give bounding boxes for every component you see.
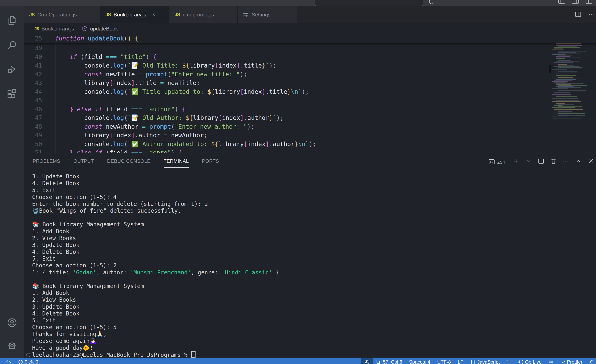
code-token: [135, 71, 138, 78]
code-editor[interactable]: 3940 if (field === "title") {41 console.…: [24, 34, 596, 153]
terminal-line: 5. Exit: [32, 255, 279, 262]
code-token: [142, 71, 146, 78]
status-text: Prettier: [567, 359, 582, 364]
code-token: .: [244, 114, 247, 121]
panel-tab-ports[interactable]: PORTS: [202, 158, 219, 165]
code-token: );: [302, 88, 309, 95]
status-item-grid-extension[interactable]: [503, 357, 515, 364]
breadcrumb-file[interactable]: BookLibrary.js: [41, 26, 74, 32]
panel-tab-problems[interactable]: PROBLEMS: [33, 158, 60, 165]
activity-item-extensions[interactable]: [0, 83, 24, 105]
code-token: [127, 106, 131, 113]
code-token: {: [182, 106, 186, 113]
code-token: ): [146, 53, 153, 60]
code-line-42: 42 const newTitle = prompt("Enter new ti…: [24, 70, 596, 79]
tab-crudoperation-js[interactable]: JSCrudOperation.js: [24, 6, 100, 23]
code-line-51: 51 } else if (field === "genre") {: [24, 148, 596, 153]
sticky-scroll-line[interactable]: 25function updateBook() {: [24, 34, 596, 43]
terminal-line: 3. Update Book: [32, 173, 279, 180]
status-item-remote[interactable]: [3, 357, 15, 364]
terminal-icon: [489, 159, 495, 165]
status-item-cursor-position[interactable]: Ln 57, Col 6: [373, 357, 405, 364]
tab-cmdprompt-js[interactable]: JScmdprompt.js: [170, 6, 238, 23]
account-circle-icon[interactable]: [429, 0, 434, 4]
code-token: =: [138, 71, 142, 78]
panel-tab-terminal[interactable]: TERMINAL: [164, 158, 189, 165]
tab-booklibrary-js[interactable]: JSBookLibrary.js×: [100, 6, 170, 23]
minimap[interactable]: [552, 35, 586, 119]
code-token: ;: [204, 132, 207, 139]
status-item-zoom-indicator[interactable]: [361, 357, 373, 364]
terminal-output[interactable]: 3. Update Book4. Delete Book5. ExitChoos…: [32, 173, 279, 358]
breadcrumb: JS BookLibrary.js › updateBook: [24, 23, 596, 34]
close-button[interactable]: [588, 158, 594, 166]
chevron-up-icon: [575, 158, 581, 164]
trash-button[interactable]: [550, 158, 557, 166]
minimap-line: [558, 56, 572, 56]
code-token: [55, 71, 84, 78]
line-number: 41: [24, 61, 42, 70]
code-token: newTitle: [106, 71, 135, 78]
terminal-shell-selector[interactable]: zsh: [489, 159, 505, 165]
code-line-49: 49 library[index].author = newAuthor;: [24, 131, 596, 140]
status-item-problems[interactable]: 00: [15, 357, 42, 364]
code-token: ]: [262, 88, 266, 95]
panel-header: PROBLEMSOUTPUTDEBUG CONSOLETERMINALPORTS…: [24, 153, 596, 170]
minimap-line: [558, 85, 587, 86]
activity-item-account[interactable]: [0, 312, 24, 334]
breadcrumb-symbol[interactable]: updateBook: [90, 26, 118, 32]
toggle-panel-icon[interactable]: [558, 0, 565, 4]
vscode-window: { "titlebar": { "command_center_value": …: [0, 0, 596, 364]
activity-item-explorer[interactable]: [0, 10, 24, 32]
code-token: console: [84, 114, 110, 121]
terminal-text: 4. Delete Book: [32, 248, 79, 255]
close-tab-icon[interactable]: ×: [152, 12, 156, 17]
status-item-go-live[interactable]: Go Live: [515, 357, 545, 364]
status-item-notifications[interactable]: [586, 357, 596, 364]
code-token: field: [84, 53, 102, 60]
minimap-line: [552, 117, 586, 118]
command-decoration-icon[interactable]: [26, 353, 30, 357]
minimap-line: [556, 115, 576, 115]
minimap-line: [552, 88, 568, 89]
ellipsis-button[interactable]: [588, 11, 595, 18]
code-token: [: [240, 88, 244, 95]
code-token: =: [142, 123, 146, 130]
code-token: [: [218, 114, 222, 121]
toggle-sidebar-icon[interactable]: [572, 0, 579, 4]
panel-tab-output[interactable]: OUTPUT: [73, 158, 94, 165]
split-editor-button[interactable]: [575, 11, 581, 18]
code-token: [117, 53, 120, 60]
ellipsis-button[interactable]: [563, 158, 569, 166]
minimap-line: [558, 104, 574, 105]
activity-item-run-debug[interactable]: [0, 58, 24, 80]
minimap-line: [552, 73, 586, 73]
status-item-hands-extension[interactable]: [545, 357, 557, 364]
activity-item-settings[interactable]: [0, 335, 24, 357]
minimap-line: [558, 51, 587, 52]
chevron-down-button[interactable]: [525, 158, 532, 166]
command-center-searchbox[interactable]: [315, 0, 423, 6]
status-item-encoding[interactable]: UTF-8: [434, 357, 454, 364]
customize-layout-icon[interactable]: [586, 0, 592, 4]
minimap-line: [556, 98, 565, 98]
status-item-indentation[interactable]: Spaces: 4: [405, 357, 434, 364]
status-item-prettier[interactable]: Prettier: [557, 357, 586, 364]
code-line-48: 48 const newAuthor = prompt("Enter new a…: [24, 122, 596, 131]
code-token: [102, 123, 106, 130]
activity-item-search[interactable]: [0, 34, 24, 56]
code-token: ${: [182, 62, 189, 69]
plus-button[interactable]: [513, 158, 519, 166]
tab-settings[interactable]: Settings: [238, 6, 297, 23]
panel-tab-debug-console[interactable]: DEBUG CONSOLE: [107, 158, 150, 165]
code-token: title: [269, 88, 287, 95]
terminal-text: 5. Exit: [32, 317, 56, 324]
minimap-line: [556, 69, 582, 69]
status-item-eol[interactable]: LF: [454, 357, 467, 364]
terminal-text: Thanks for visiting🙏🏻,: [32, 331, 107, 337]
code-token: [102, 71, 106, 78]
split-button[interactable]: [538, 158, 544, 166]
chevron-up-button[interactable]: [575, 158, 581, 166]
status-item-language-mode[interactable]: {}JavaScript: [467, 357, 503, 364]
code-token: [55, 149, 70, 153]
